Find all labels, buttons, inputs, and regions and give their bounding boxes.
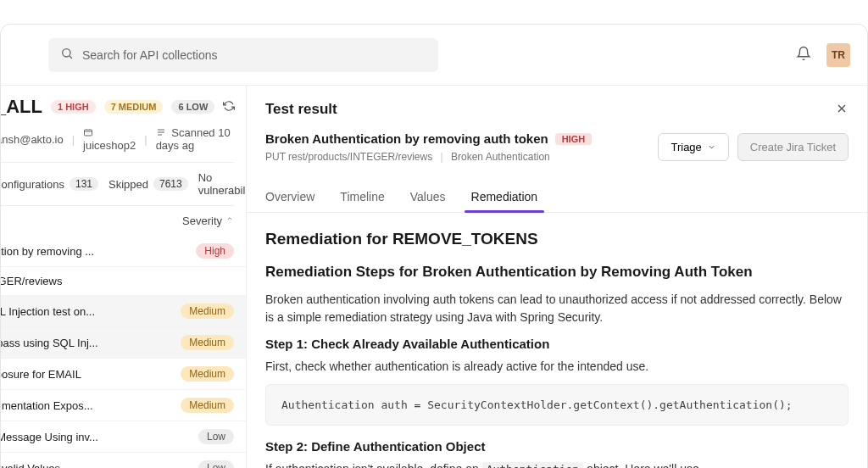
- refresh-icon[interactable]: [223, 100, 235, 114]
- step1-text: First, check whether authentication is a…: [265, 358, 849, 376]
- notifications-icon[interactable]: [796, 46, 811, 64]
- svg-rect-2: [85, 130, 92, 136]
- issue-row-title: tication by removing ...: [1, 245, 196, 258]
- user-avatar[interactable]: TR: [826, 43, 850, 67]
- owner-email: ansh@akto.io: [1, 133, 64, 146]
- suite-name: _ALL: [1, 96, 42, 118]
- search-input-wrap[interactable]: [48, 38, 438, 72]
- chevron-down-icon: [707, 142, 716, 152]
- tab-values[interactable]: Values: [410, 181, 446, 212]
- remediation-intro: Broken authentication involving auth tok…: [265, 291, 849, 326]
- svg-point-0: [63, 49, 70, 57]
- remediation-heading: Remediation for REMOVE_TOKENS: [265, 230, 849, 248]
- issue-row-title: SQL Injection test on...: [1, 305, 181, 318]
- step2-text: If authentication isn't available, defin…: [265, 460, 849, 468]
- step1-heading: Step 1: Check Already Available Authenti…: [265, 337, 849, 351]
- high-count-pill: 1 HIGH: [51, 100, 96, 114]
- panel-title: Test result: [265, 101, 337, 118]
- filter-no-vulnerability[interactable]: No vulnerabili: [198, 171, 247, 197]
- step2-heading: Step 2: Define Authentication Object: [265, 439, 849, 454]
- issue-row[interactable]: tication by removing ...High: [1, 236, 246, 267]
- issue-row-title: ocumentation Expos...: [1, 399, 181, 412]
- svg-line-1: [70, 56, 72, 58]
- folder-icon: [83, 126, 96, 139]
- severity-badge: Low: [198, 460, 234, 468]
- search-input[interactable]: [82, 48, 426, 62]
- tab-overview[interactable]: Overview: [265, 181, 314, 212]
- create-jira-button[interactable]: Create Jira Ticket: [737, 133, 849, 161]
- issue-row[interactable]: SQL Injection test on...Medium: [1, 296, 246, 327]
- scan-time: Scanned 10 days ag: [156, 126, 234, 152]
- issue-row-title: or Message Using inv...: [1, 431, 198, 443]
- severity-badge: Low: [198, 429, 234, 444]
- issue-row-title: Bypass using SQL Inj...: [1, 337, 181, 349]
- filter-skipped[interactable]: Skipped 7613: [108, 171, 188, 197]
- severity-badge: Medium: [181, 335, 234, 350]
- issue-category: Broken Authentication: [451, 151, 550, 163]
- severity-badge: High: [196, 243, 234, 259]
- severity-badge: Medium: [181, 366, 234, 382]
- issue-row-title: TEGER/reviews: [1, 275, 234, 287]
- issue-title: Broken Authentication by removing auth t…: [265, 131, 548, 146]
- scan-icon: [156, 126, 172, 139]
- severity-badge: Medium: [181, 398, 234, 413]
- tab-timeline[interactable]: Timeline: [340, 181, 384, 212]
- issue-row[interactable]: exposure for EMAILMedium: [1, 359, 246, 390]
- close-panel-button[interactable]: [835, 102, 849, 118]
- remediation-subheading: Remediation Steps for Broken Authenticat…: [265, 264, 849, 281]
- severity-badge: HIGH: [555, 133, 593, 145]
- triage-button[interactable]: Triage: [658, 133, 728, 161]
- medium-count-pill: 7 MEDIUM: [104, 100, 164, 114]
- issue-row[interactable]: s Invalid ValuesLow: [1, 453, 246, 468]
- severity-badge: Medium: [181, 304, 234, 319]
- low-count-pill: 6 LOW: [171, 100, 214, 114]
- collection-name: juiceshop2: [83, 126, 136, 152]
- tab-remediation[interactable]: Remediation: [471, 181, 538, 212]
- severity-column-header[interactable]: Severity: [1, 206, 246, 236]
- issue-row[interactable]: ocumentation Expos...Medium: [1, 390, 246, 421]
- issue-row[interactable]: or Message Using inv...Low: [1, 421, 246, 453]
- code-block-1: Authentication auth = SecurityContextHol…: [265, 384, 849, 426]
- issue-row[interactable]: TEGER/reviews: [1, 267, 246, 296]
- search-icon: [60, 47, 82, 63]
- issue-row-title: s Invalid Values: [1, 462, 198, 469]
- issue-row-title: exposure for EMAIL: [1, 368, 181, 381]
- filter-configurations[interactable]: configurations 131: [1, 171, 98, 197]
- issue-row[interactable]: Bypass using SQL Inj...Medium: [1, 327, 246, 359]
- endpoint-path: PUT rest/products/INTEGER/reviews: [265, 151, 432, 163]
